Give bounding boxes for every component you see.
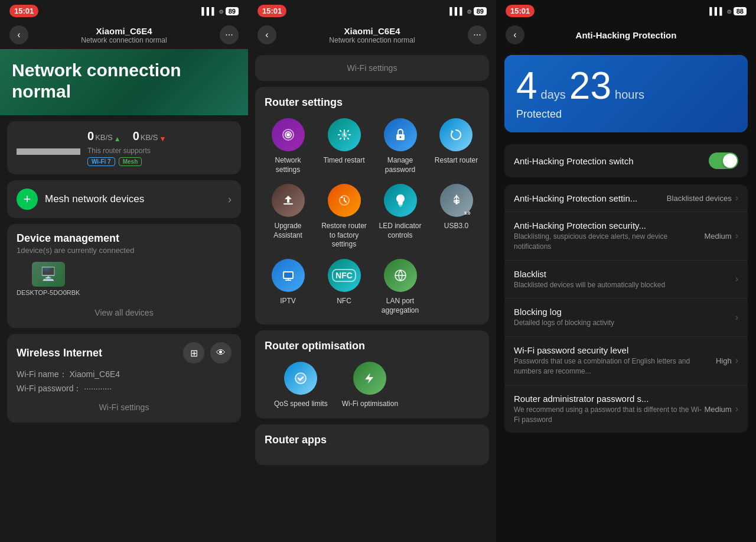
si-left-1: Anti-Hacking Protection settin... xyxy=(514,193,667,203)
settings-item-protection-settings[interactable]: Anti-Hacking Protection settin... Blackl… xyxy=(504,184,748,212)
device-management: Device management 1device(s) are current… xyxy=(7,224,241,328)
restart-router-label: Restart router xyxy=(435,156,478,165)
icon-item-timed-restart[interactable]: Timed restart xyxy=(323,118,364,174)
settings-item-wifi-password[interactable]: Wi-Fi password security level Passwords … xyxy=(504,337,748,385)
security-sub: Blacklisting, suspicious device alerts, … xyxy=(514,232,704,252)
icon-item-iptv[interactable]: IPTV xyxy=(272,259,305,315)
wifi-password-value: High xyxy=(716,356,732,365)
upgrade-label: Upgrade Assistant xyxy=(265,222,311,240)
router-icon: ▬▬▬ xyxy=(17,135,80,160)
protection-switch-label: Anti-Hacking Protection switch xyxy=(514,156,634,166)
settings-item-admin-password[interactable]: Router administrator password s... We re… xyxy=(504,385,748,433)
blocking-log-title: Blocking log xyxy=(514,307,735,317)
svg-rect-8 xyxy=(284,272,292,278)
icon-item-qos[interactable]: QoS speed limits xyxy=(274,362,328,409)
download-arrow-icon: ▼ xyxy=(159,135,166,143)
lan-label: LAN port aggregation xyxy=(377,297,423,315)
speed-row: 0 KB/S ▲ 0 KB/S ▼ xyxy=(87,129,232,143)
security-settings-block: Anti-Hacking Protection settin... Blackl… xyxy=(504,184,748,433)
icon-item-usb[interactable]: 3.0 USB3.0 xyxy=(440,184,473,249)
back-button-3[interactable]: ‹ xyxy=(506,25,524,44)
battery-1: 89 xyxy=(226,7,239,15)
hero-title: Network connectionnormal xyxy=(12,60,236,102)
restore-icon xyxy=(328,184,361,217)
upgrade-icon xyxy=(272,184,305,217)
mesh-label: Mesh network devices xyxy=(45,193,221,205)
status-bar-1: 15:01 ▌▌▌ ⌾ 89 xyxy=(0,0,248,22)
hero-banner: Network connectionnormal xyxy=(0,49,248,115)
si-left-4: Blocking log Detailed logs of blocking a… xyxy=(514,307,735,328)
nav-main-2: Xiaomi_C6E4 xyxy=(329,26,415,36)
download-unit: KB/S xyxy=(141,133,158,142)
device-name: DESKTOP-5DO0RBK xyxy=(17,289,80,296)
icon-item-led[interactable]: LED indicator controls xyxy=(377,184,423,249)
icon-item-restore[interactable]: Restore router to factory settings xyxy=(321,184,367,249)
more-button-2[interactable]: ··· xyxy=(468,25,487,44)
signal-icon-3: ▌▌▌ xyxy=(709,7,725,15)
chevron-icon-2: › xyxy=(735,231,738,241)
list-item[interactable]: 🖥️ DESKTOP-5DO0RBK xyxy=(17,262,80,296)
icon-item-network-settings[interactable]: Network settings xyxy=(265,118,311,174)
icon-item-restart-router[interactable]: Restart router xyxy=(435,118,478,174)
timed-restart-icon xyxy=(328,118,361,151)
si-left-5: Wi-Fi password security level Passwords … xyxy=(514,345,716,377)
nav-title-1: Xiaomi_C6E4 Network connection normal xyxy=(81,26,167,44)
battery-3: 88 xyxy=(734,7,747,15)
qr-code-button[interactable]: ⊞ xyxy=(183,342,204,364)
si-right-3: › xyxy=(735,274,738,284)
si-left-6: Router administrator password s... We re… xyxy=(514,394,704,425)
timed-restart-label: Timed restart xyxy=(323,156,364,165)
router-card: ▬▬▬ 0 KB/S ▲ 0 KB/S ▼ This router suppor… xyxy=(7,121,241,174)
si-right-2: Medium › xyxy=(704,231,738,241)
svg-point-10 xyxy=(295,373,306,384)
blacklist-title: Blacklist xyxy=(514,269,735,279)
protect-status: Protected xyxy=(516,108,736,121)
wifi-settings-collapsed[interactable]: Wi-Fi settings xyxy=(255,55,489,81)
wifi-name-label: Wi-Fi name： xyxy=(17,369,67,379)
back-button-1[interactable]: ‹ xyxy=(9,25,28,44)
wifi-name-value: Xiaomi_C6E4 xyxy=(69,369,120,379)
lan-icon xyxy=(384,259,417,292)
icon-item-nfc[interactable]: NFC NFC xyxy=(328,259,361,315)
icon-item-lan[interactable]: LAN port aggregation xyxy=(377,259,423,315)
nav-bar-1: ‹ Xiaomi_C6E4 Network connection normal … xyxy=(0,22,248,49)
status-icons-3: ▌▌▌ ⌾ 88 xyxy=(709,7,747,15)
more-button-1[interactable]: ··· xyxy=(220,25,239,44)
icon-item-upgrade[interactable]: Upgrade Assistant xyxy=(265,184,311,249)
optimisation-grid: QoS speed limits Wi-Fi optimisation xyxy=(265,362,480,409)
upload-unit: KB/S xyxy=(95,133,113,142)
router-optimisation-section: Router optimisation QoS speed limits Wi-… xyxy=(255,330,489,418)
settings-item-blocking-log[interactable]: Blocking log Detailed logs of blocking a… xyxy=(504,298,748,337)
wifi-settings-button-1[interactable]: Wi-Fi settings xyxy=(17,400,232,414)
download-val: 0 xyxy=(133,129,139,143)
settings-item-blacklist[interactable]: Blacklist Blacklisted devices will be au… xyxy=(504,261,748,299)
wifi-icon-2: ⌾ xyxy=(467,7,471,15)
mesh-network-row[interactable]: + Mesh network devices › xyxy=(7,180,241,218)
panel-1: 15:01 ▌▌▌ ⌾ 89 ‹ Xiaomi_C6E4 Network con… xyxy=(0,0,248,542)
svg-point-6 xyxy=(455,202,458,205)
signal-icon-2: ▌▌▌ xyxy=(449,7,465,15)
chevron-icon-6: › xyxy=(735,404,738,414)
badge-row: Wi-Fi 7 Mesh xyxy=(87,157,232,166)
wifi-password-sub: Passwords that use a combination of Engl… xyxy=(514,356,716,377)
protection-switch-row[interactable]: Anti-Hacking Protection switch xyxy=(504,144,748,177)
back-button-2[interactable]: ‹ xyxy=(258,25,276,44)
wifi-pass-row: Wi-Fi password： ············ xyxy=(17,384,232,394)
nav-sub-1: Network connection normal xyxy=(81,36,167,44)
wireless-title: Wireless Internet xyxy=(17,347,102,359)
svg-point-0 xyxy=(286,133,290,137)
icon-item-manage-password[interactable]: Manage password xyxy=(377,118,423,174)
protection-settings-value: Blacklisted devices xyxy=(667,194,732,203)
settings-item-security[interactable]: Anti-Hacking Protection security... Blac… xyxy=(504,212,748,261)
status-time-1: 15:01 xyxy=(9,5,38,17)
wifi-pass-label: Wi-Fi password： xyxy=(17,384,82,393)
eye-button[interactable]: 👁 xyxy=(210,342,232,364)
battery-2: 89 xyxy=(474,7,487,15)
wifi-icon-3: ⌾ xyxy=(727,7,731,15)
led-icon xyxy=(384,184,417,217)
icon-item-wifi-opt[interactable]: Wi-Fi optimisation xyxy=(342,362,398,409)
view-all-button[interactable]: View all devices xyxy=(17,306,232,320)
si-right-1: Blacklisted devices › xyxy=(667,193,738,203)
wifi-info: Wi-Fi name： Xiaomi_C6E4 Wi-Fi password： … xyxy=(17,369,232,394)
protection-toggle[interactable] xyxy=(709,152,738,169)
